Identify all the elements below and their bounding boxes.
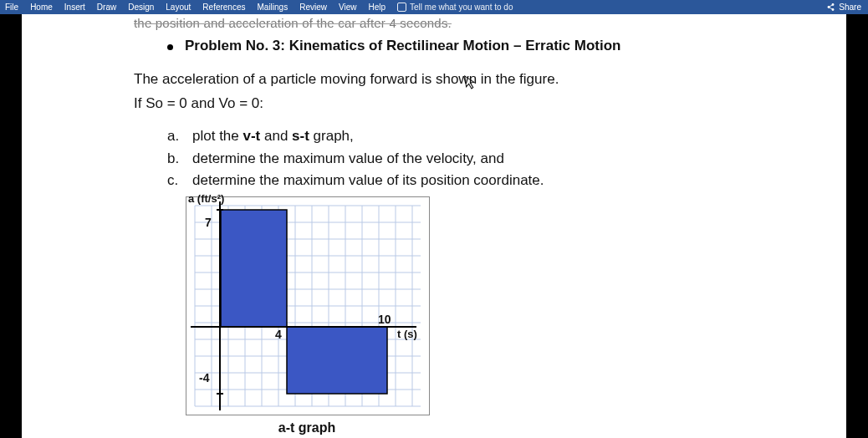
document-page[interactable]: the position and acceleration of the car… xyxy=(22,14,846,438)
tick-y-7: 7 xyxy=(205,216,212,229)
ribbon-tab-view[interactable]: View xyxy=(339,3,357,12)
list-item-b: b. determine the maximum value of the ve… xyxy=(167,148,796,170)
problem-statement-line1: The acceleration of a particle moving fo… xyxy=(134,69,796,90)
problem-heading: Problem No. 3: Kinematics of Rectilinear… xyxy=(185,38,620,54)
tick-y-neg4: -4 xyxy=(199,371,209,385)
y-axis-label: a (ft/s²) xyxy=(188,192,224,205)
problem-statement-line2: If So = 0 and Vo = 0: xyxy=(134,94,796,115)
tick-x-4: 4 xyxy=(275,328,282,341)
segment-4-10 xyxy=(287,327,387,394)
ribbon-tab-review[interactable]: Review xyxy=(299,3,327,12)
previous-line-cutoff: the position and acceleration of the car… xyxy=(134,16,452,30)
tell-me-label: Tell me what you want to do xyxy=(410,3,513,12)
ribbon-tab-insert[interactable]: Insert xyxy=(64,3,85,12)
share-icon xyxy=(826,3,835,12)
document-body: Problem No. 3: Kinematics of Rectilinear… xyxy=(134,38,796,435)
tick-x-10: 10 xyxy=(378,313,391,326)
problem-heading-row: Problem No. 3: Kinematics of Rectilinear… xyxy=(167,38,796,54)
list-a-post: graph, xyxy=(309,128,354,144)
svg-line-4 xyxy=(829,8,833,10)
list-text-c: determine the maximum value of its posit… xyxy=(192,170,544,191)
ribbon-tab-file[interactable]: File xyxy=(5,3,18,12)
ribbon-tab-mailings[interactable]: Mailings xyxy=(257,3,288,12)
ribbon-tab-home[interactable]: Home xyxy=(30,3,53,12)
bullet-icon xyxy=(167,44,173,50)
list-text-b: determine the maximum value of the veloc… xyxy=(192,148,504,170)
word-ribbon: File Home Insert Draw Design Layout Refe… xyxy=(0,0,868,14)
list-text-a: plot the v-t and s-t graph, xyxy=(192,125,354,147)
ribbon-tab-design[interactable]: Design xyxy=(128,3,154,12)
list-a-pre: plot the xyxy=(192,128,243,144)
svg-line-3 xyxy=(829,5,833,8)
ribbon-tab-references[interactable]: References xyxy=(202,3,245,12)
x-axis-label: t (s) xyxy=(397,328,417,340)
ribbon-tab-layout[interactable]: Layout xyxy=(166,3,191,12)
list-a-mid: and xyxy=(260,128,292,144)
list-item-a: a. plot the v-t and s-t graph, xyxy=(167,125,796,147)
share-label: Share xyxy=(839,3,861,12)
list-item-c: c. determine the maximum value of its po… xyxy=(167,170,796,191)
at-graph-caption: a-t graph xyxy=(186,420,428,435)
lightbulb-icon xyxy=(397,3,406,12)
tell-me-search[interactable]: Tell me what you want to do xyxy=(397,3,513,12)
list-marker-b: b. xyxy=(167,148,182,170)
list-a-vt: v-t xyxy=(243,128,261,144)
segment-0-4 xyxy=(221,210,287,327)
problem-sublist: a. plot the v-t and s-t graph, b. determ… xyxy=(167,125,796,191)
at-graph-figure: a (ft/s²) 7 -4 4 10 t (s) xyxy=(186,196,796,415)
list-a-st: s-t xyxy=(292,128,309,144)
list-marker-c: c. xyxy=(167,170,182,191)
share-button[interactable]: Share xyxy=(826,0,861,14)
ribbon-tab-help[interactable]: Help xyxy=(368,3,385,12)
at-graph: a (ft/s²) 7 -4 4 10 t (s) xyxy=(186,196,430,415)
list-marker-a: a. xyxy=(167,125,182,147)
ribbon-tab-draw[interactable]: Draw xyxy=(97,3,116,12)
